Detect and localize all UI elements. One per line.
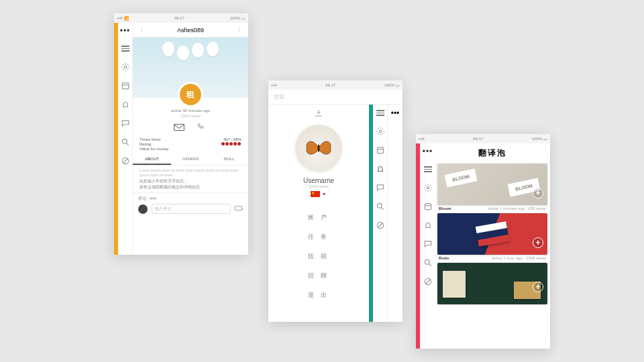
svg-point-13	[425, 259, 429, 264]
phone-icon[interactable]	[197, 122, 207, 134]
block-icon[interactable]	[376, 221, 385, 230]
add-button[interactable]: +	[533, 282, 543, 292]
menu-icon[interactable]	[376, 109, 384, 117]
card-title: Bloom	[439, 206, 451, 210]
flag-cn-icon	[311, 191, 320, 197]
menu-skills[interactable]: 技 能	[268, 247, 369, 266]
chat-icon[interactable]	[376, 183, 385, 192]
rating-dots	[221, 142, 241, 146]
menu-account[interactable]: 账 户	[268, 208, 369, 227]
calendar-icon[interactable]	[376, 145, 385, 155]
search-icon[interactable]	[423, 258, 433, 267]
view-count: 1334 views	[133, 114, 248, 119]
mail-icon[interactable]	[174, 122, 184, 134]
account-menu: 账 户 任 务 技 能 回 顾 退 出	[268, 208, 369, 305]
comments-header: 评论 · 444	[138, 196, 243, 202]
butterfly-icon	[304, 138, 333, 158]
chat-icon[interactable]	[121, 119, 130, 128]
more-icon[interactable]: •••	[120, 27, 131, 35]
stats-block: Times hired467 / 98% Rating Value for mo…	[133, 134, 248, 154]
side-rail: •••	[118, 23, 133, 255]
svg-rect-4	[174, 124, 184, 130]
active-ago: active 30 minutes ago	[133, 109, 248, 114]
tab-skill[interactable]: SKILL	[210, 154, 248, 165]
phone-feed: ••ıll 06:17 100%▭ ••• 翻译泡 + Bloomactive …	[416, 134, 550, 349]
prev-button[interactable]: 〈	[137, 25, 144, 35]
calendar-icon[interactable]	[121, 81, 130, 90]
gear-icon[interactable]	[376, 127, 385, 136]
search-icon[interactable]	[121, 137, 130, 147]
feed-list[interactable]: + Bloomactive 1 minutes ago · 630 views …	[435, 164, 550, 349]
tab-offers[interactable]: OFFERS	[171, 154, 209, 165]
tab-about[interactable]: ABOUT	[133, 154, 171, 165]
block-icon[interactable]	[121, 156, 130, 166]
svg-rect-12	[425, 203, 431, 209]
hero-image: 租	[133, 38, 248, 98]
search-field[interactable]: 搜索	[274, 93, 284, 101]
side-rail: •••	[420, 143, 435, 349]
add-button[interactable]: +	[533, 188, 543, 198]
more-icon[interactable]: •••	[423, 147, 433, 156]
menu-logout[interactable]: 退 出	[268, 286, 369, 305]
gear-icon[interactable]	[423, 183, 433, 192]
svg-point-9	[377, 203, 382, 208]
svg-point-2	[122, 139, 127, 143]
feed-card[interactable]: +	[437, 263, 547, 304]
avatar-badge[interactable]: 租	[178, 82, 203, 107]
country-picker[interactable]: ▼	[268, 191, 369, 197]
status-bar: ••ıll📶 06:17 100%▭	[114, 13, 248, 23]
bell-icon[interactable]	[376, 164, 385, 174]
svg-point-11	[427, 186, 429, 189]
card-title: Rodo	[439, 256, 449, 260]
card-image	[437, 164, 547, 205]
feed-card[interactable]: + Rodoactive 1 hour ago · 1358 views	[437, 213, 547, 260]
more-icon[interactable]: •••	[388, 105, 402, 322]
phone-profile: ••ıll📶 06:17 100%▭ ••• 〈 Ashes089 〉 租	[114, 13, 248, 255]
profile-title: Ashes089	[177, 27, 204, 34]
menu-reviews[interactable]: 回 顾	[268, 266, 369, 286]
profile-header: 〈 Ashes089 〉	[133, 23, 248, 38]
status-bar: ••ıll 06:17 100%▭	[268, 80, 402, 90]
next-button[interactable]: 〉	[237, 25, 244, 35]
download-icon[interactable]	[268, 105, 369, 122]
svg-point-0	[124, 66, 127, 68]
gear-icon[interactable]	[121, 62, 130, 72]
phone-account: ••ıll 06:17 100%▭ 搜索 Username 1334 views…	[268, 80, 402, 322]
about-text: Lorem ipsum dolor sit amet lorem ipsum d…	[133, 166, 248, 193]
menu-icon[interactable]	[424, 165, 432, 174]
send-icon[interactable]	[235, 205, 243, 213]
status-time: 06:17	[174, 16, 184, 20]
menu-tasks[interactable]: 任 务	[268, 227, 369, 247]
svg-point-7	[379, 130, 382, 133]
bell-icon[interactable]	[121, 100, 130, 109]
chevron-down-icon: ▼	[322, 192, 327, 196]
card-meta: active 1 minutes ago · 630 views	[488, 206, 546, 210]
comment-avatar	[138, 204, 148, 214]
add-button[interactable]: +	[533, 237, 543, 248]
search-icon[interactable]	[376, 202, 385, 211]
username-label: Username	[268, 177, 369, 184]
block-icon[interactable]	[423, 277, 433, 286]
card-image	[437, 213, 547, 255]
menu-icon[interactable]	[121, 44, 129, 53]
svg-point-6	[318, 144, 320, 152]
times-hired-value: 467 / 98%	[223, 137, 241, 141]
feed-card[interactable]: + Bloomactive 1 minutes ago · 630 views	[437, 164, 547, 210]
brand-title: 翻译泡	[435, 143, 550, 164]
comment-input[interactable]: 输入评论…	[152, 204, 231, 214]
avatar[interactable]	[295, 125, 342, 172]
svg-rect-1	[122, 82, 128, 88]
profile-meta: active 30 minutes ago 1334 views	[133, 109, 248, 119]
chat-icon[interactable]	[423, 239, 433, 249]
status-bar: ••ıll 06:17 100%▭	[416, 134, 550, 143]
views-label: 1334 views	[268, 184, 369, 188]
card-image	[437, 263, 547, 304]
svg-rect-8	[377, 147, 383, 153]
svg-rect-5	[235, 206, 242, 210]
side-rail	[373, 105, 388, 322]
card-meta: active 1 hour ago · 1358 views	[492, 256, 546, 260]
calendar-icon[interactable]	[423, 202, 433, 211]
comments-section: 评论 · 444 输入评论…	[133, 192, 248, 217]
bell-icon[interactable]	[423, 221, 433, 230]
profile-tabs: ABOUT OFFERS SKILL	[133, 154, 248, 166]
